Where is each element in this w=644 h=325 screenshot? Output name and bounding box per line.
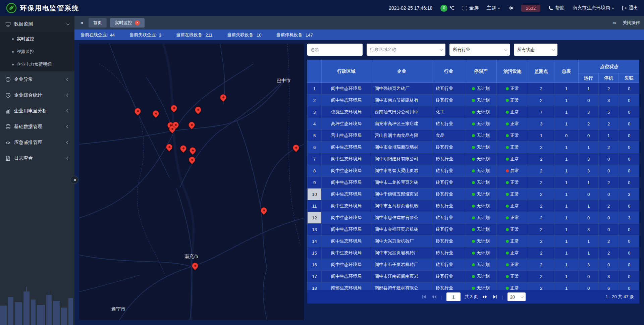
status-filter-dropdown[interactable]: 所有状态 xyxy=(514,44,557,56)
map-pin[interactable] xyxy=(171,105,177,113)
table-row[interactable]: 3 仪陇生态环境局 西南油气田分公司川中 化工 无计划 正常 7 1 3 5 0 xyxy=(308,106,640,118)
map-pin[interactable] xyxy=(293,145,300,153)
sidebar-item-power-analysis[interactable]: 企业用电量分析 xyxy=(0,103,74,119)
map-pin[interactable] xyxy=(189,157,196,165)
alert-count-badge[interactable]: 2632 xyxy=(521,5,540,12)
row-index-cell[interactable]: 11 xyxy=(308,200,322,212)
prev-page-button[interactable] xyxy=(431,294,437,299)
page-number-input[interactable] xyxy=(446,292,461,301)
row-index-cell[interactable]: 15 xyxy=(308,247,322,259)
map-pin[interactable] xyxy=(192,263,199,271)
company-cell: 阆中市江南镇阆南页岩 xyxy=(371,271,432,282)
map-panel[interactable]: 巴中市 南充市 遂宁市 xyxy=(79,44,304,320)
row-index-cell[interactable]: 14 xyxy=(308,235,322,247)
tab-realtime-monitoring[interactable]: 实时监控 xyxy=(110,18,145,28)
tab-home[interactable]: 首页 xyxy=(89,18,107,28)
bullet-icon xyxy=(12,51,14,53)
map-pin[interactable] xyxy=(195,107,202,115)
lost-cell: 0 xyxy=(619,83,640,95)
row-index-cell[interactable]: 2 xyxy=(308,95,322,106)
tab-close-icon[interactable] xyxy=(135,20,140,25)
map-pin[interactable] xyxy=(190,147,196,155)
chevron-down-icon xyxy=(66,22,70,25)
sidebar-item-basic-data[interactable]: 基础数据管理 xyxy=(0,119,74,134)
map-pin[interactable] xyxy=(135,108,141,116)
row-index-cell[interactable]: 1 xyxy=(308,83,322,95)
table-row[interactable]: 14 阆中生态环境局 阆中大兴页岩机砖厂 砖瓦行业 无计划 正常 2 1 1 2 xyxy=(308,235,640,247)
table-row[interactable]: 16 阆中生态环境局 阆中市石子页岩机砖厂 砖瓦行业 无计划 正常 2 1 3 … xyxy=(308,259,640,271)
map-pin[interactable] xyxy=(220,94,227,102)
table-row[interactable]: 5 营山生态环境局 营山县润丰肉食品有限 食品 无计划 正常 1 0 0 1 0 xyxy=(308,130,640,142)
table-row[interactable]: 13 阆中生态环境局 阆中市金福旺页岩机砖 砖瓦行业 无计划 正常 2 1 3 … xyxy=(308,224,640,235)
table-row[interactable]: 11 阆中生态环境局 阆中市五马桥页岩机砖 砖瓦行业 无计划 正常 2 1 1 … xyxy=(308,200,640,212)
sidebar-item-emergency-reduction[interactable]: 应急减排管理 xyxy=(0,134,74,150)
sidebar-item-enterprise-statistics[interactable]: 企业综合统计 xyxy=(0,87,74,103)
map-pin[interactable] xyxy=(169,126,176,134)
sidebar-item-video-monitoring[interactable]: 视频监控 xyxy=(0,45,74,58)
last-page-button[interactable] xyxy=(492,294,498,299)
table-row[interactable]: 15 阆中生态环境局 阆中市光富页岩机砖厂 砖瓦行业 无计划 正常 2 1 1 … xyxy=(308,247,640,259)
table-row[interactable]: 8 阆中生态环境局 阆中市枣碧大梁山页岩 砖瓦行业 无计划 异常 2 1 3 0 xyxy=(308,165,640,177)
table-row[interactable]: 4 高坪生态环境局 南充市高坪区王家店建 砖瓦行业 无计划 正常 3 1 2 2 xyxy=(308,118,640,130)
meters-cell: 1 xyxy=(554,271,579,282)
table-row[interactable]: 18 南部生态环境局 南部县鸿华建材有限公 砖瓦行业 无计划 正常 2 1 0 … xyxy=(308,282,640,290)
row-index-cell[interactable]: 10 xyxy=(308,188,322,200)
map-pin[interactable] xyxy=(180,145,187,153)
first-page-button[interactable] xyxy=(421,294,427,299)
stat-item: 当前在线企业: 44 xyxy=(80,32,115,38)
lost-cell: 3 xyxy=(619,212,640,224)
table-row[interactable]: 12 阆中生态环境局 阆中市忠信建材有限公 砖瓦行业 无计划 正常 2 1 0 … xyxy=(308,212,640,224)
name-filter-input[interactable] xyxy=(307,44,363,56)
announcement-button[interactable] xyxy=(508,6,513,10)
row-index-cell[interactable]: 18 xyxy=(308,282,322,290)
row-index-cell[interactable]: 7 xyxy=(308,153,322,165)
table-row[interactable]: 7 阆中生态环境局 阆中明阳建材有限公司 砖瓦行业 无计划 正常 2 1 3 0 xyxy=(308,153,640,165)
row-index-cell[interactable]: 8 xyxy=(308,165,322,177)
map-pin[interactable] xyxy=(166,144,173,152)
row-index-cell[interactable]: 4 xyxy=(308,118,322,130)
row-index-cell[interactable]: 12 xyxy=(308,212,322,224)
sidebar-collapse-button[interactable] xyxy=(70,176,78,184)
table-row[interactable]: 2 阆中生态环境局 阆中市南方节能建材有 砖瓦行业 无计划 正常 2 1 0 3 xyxy=(308,95,640,106)
map-pin[interactable] xyxy=(189,122,195,130)
map-pin[interactable] xyxy=(153,110,159,118)
row-index-cell[interactable]: 3 xyxy=(308,106,322,118)
theme-dropdown[interactable]: 主题▾ xyxy=(487,5,500,11)
tab-scroll-left-icon[interactable] xyxy=(78,20,85,26)
next-page-button[interactable] xyxy=(482,294,488,299)
stop-cell: 0 xyxy=(599,259,619,271)
sidebar-item-realtime-monitoring[interactable]: 实时监控 xyxy=(0,33,74,45)
table-row[interactable]: 17 阆中生态环境局 阆中市江南镇阆南页岩 砖瓦行业 无计划 正常 2 1 0 … xyxy=(308,271,640,282)
row-index-cell[interactable]: 6 xyxy=(308,142,322,153)
row-index-cell[interactable]: 5 xyxy=(308,130,322,142)
table-row[interactable]: 10 阆中生态环境局 阆中千佛镇五郎垭页岩 砖瓦行业 无计划 正常 2 1 0 … xyxy=(308,188,640,200)
row-index-cell[interactable]: 16 xyxy=(308,259,322,271)
industry-cell: 食品 xyxy=(432,130,465,142)
sidebar-item-power-load-detail[interactable]: 企业电力负荷明细 xyxy=(0,58,74,71)
row-index-cell[interactable]: 17 xyxy=(308,271,322,282)
help-button[interactable]: 帮助 xyxy=(548,5,565,11)
region-cell: 阆中生态环境局 xyxy=(322,235,371,247)
sidebar-item-data-monitoring[interactable]: 数据监测 xyxy=(0,16,74,32)
table-row[interactable]: 6 阆中生态环境局 阆中市金博瑞新型墙材 砖瓦行业 无计划 正常 2 1 1 2 xyxy=(308,142,640,153)
logout-button[interactable]: 退出 xyxy=(622,5,638,11)
company-cell: 阆中市枣碧大梁山页岩 xyxy=(371,165,432,177)
page-size-dropdown[interactable]: 20 xyxy=(507,292,526,301)
table-row[interactable]: 1 阆中生态环境局 阆中强锐页岩砖厂 砖瓦行业 无计划 正常 2 1 1 2 0 xyxy=(308,83,640,95)
map-pin[interactable] xyxy=(261,207,267,215)
region-filter-dropdown[interactable]: 行政区域名称 xyxy=(367,44,445,56)
sidebar-item-enterprise-abnormal[interactable]: 企业异常 xyxy=(0,71,74,87)
row-index-cell[interactable]: 9 xyxy=(308,177,322,188)
run-cell: 0 xyxy=(579,95,599,106)
sidebar-item-log-view[interactable]: 日志查看 xyxy=(0,150,74,166)
row-index-cell[interactable]: 13 xyxy=(308,224,322,235)
chevron-down-icon: ▾ xyxy=(498,6,500,10)
tab-scroll-right-icon[interactable] xyxy=(611,20,618,26)
fullscreen-button[interactable]: 全屏 xyxy=(463,5,479,11)
table-row[interactable]: 9 阆中生态环境局 阆中市二龙长宝页岩砖 砖瓦行业 无计划 正常 2 1 1 2 xyxy=(308,177,640,188)
close-operations-button[interactable]: 关闭操作 xyxy=(623,20,640,26)
status-dot xyxy=(506,228,509,231)
industry-filter-dropdown[interactable]: 所有行业 xyxy=(449,44,510,56)
org-dropdown[interactable]: 南充市生态环境局▾ xyxy=(573,5,614,11)
stat-value: 10 xyxy=(257,33,261,38)
